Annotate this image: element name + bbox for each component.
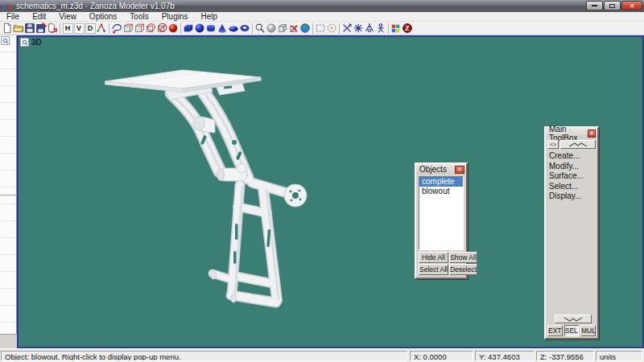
object-item-complete[interactable]: complete [419, 177, 463, 187]
toolbox-footer: EXTSELMUL [546, 315, 597, 338]
app-logo-icon: 3 D [2, 2, 13, 10]
status-units: units [596, 351, 642, 361]
viewport-label: 3D [31, 38, 42, 47]
window-controls: ✕ [586, 1, 642, 10]
create-ellipsoid-icon[interactable] [228, 23, 239, 35]
tool-bones-icon[interactable] [375, 23, 386, 35]
create-cone-icon[interactable] [217, 23, 228, 35]
side-viewport-footer [0, 334, 17, 348]
viewport-3d[interactable]: 3D [17, 35, 644, 348]
svg-text:D: D [7, 2, 13, 10]
toolbox-item-create[interactable]: Create... [546, 151, 597, 162]
menu-options[interactable]: Options [83, 12, 123, 22]
maximize-button[interactable] [604, 1, 621, 10]
toolbox-close-icon[interactable]: ✕ [588, 130, 596, 138]
display-flat-icon[interactable] [134, 23, 145, 35]
mode-ext-button[interactable]: EXT [547, 325, 563, 336]
viewport-header: 3D [20, 38, 42, 47]
toolbar-separator [60, 23, 60, 34]
about-zanoza-icon[interactable]: Z [402, 23, 413, 35]
objects-window-titlebar[interactable]: Objects ✕ [416, 164, 466, 175]
workspace: 3D [0, 35, 644, 348]
menu-plugins[interactable]: Plugins [155, 12, 195, 22]
save-icon[interactable] [24, 23, 35, 35]
title-bar: 3 D schematics_m.z3d - Zanoza Modeler v1… [0, 0, 644, 12]
status-y-coordinate: Y: 437.4603 [475, 351, 535, 361]
toolbox-item-modify[interactable]: Modify... [546, 162, 597, 172]
deselect-button[interactable]: Deselect [449, 264, 477, 275]
objects-window: Objects ✕ completeblowout Hide AllShow A… [415, 162, 468, 279]
horizontal-split-button-label: H [63, 23, 73, 34]
toolbox-dock-button[interactable]: <> [547, 140, 559, 149]
display-circle-icon[interactable] [145, 23, 156, 35]
vertex-level-icon[interactable] [266, 23, 277, 35]
toolbar-separator [252, 23, 253, 34]
toolbar-separator [109, 23, 109, 34]
import-icon[interactable] [35, 23, 47, 35]
menu-file[interactable]: File [0, 12, 26, 22]
display-slash-icon[interactable] [156, 23, 167, 35]
app-window: 3 D schematics_m.z3d - Zanoza Modeler v1… [0, 0, 644, 362]
hide-all-button[interactable]: Hide All [419, 252, 448, 263]
axes-config-icon[interactable] [96, 23, 107, 35]
vertical-split-button-label: V [74, 23, 85, 34]
select-lasso-icon[interactable] [111, 23, 122, 35]
toolbar-separator [339, 23, 340, 34]
create-box-icon[interactable] [183, 23, 194, 35]
minimize-button[interactable] [586, 1, 603, 10]
export-icon[interactable] [47, 23, 58, 35]
new-file-icon[interactable] [2, 23, 13, 35]
objects-close-icon[interactable]: ✕ [455, 166, 464, 174]
select-circle-icon[interactable] [326, 23, 337, 35]
object-item-blowout[interactable]: blowout [419, 187, 463, 196]
create-cylinder-icon[interactable] [205, 23, 217, 35]
tool-cut-icon[interactable] [341, 23, 353, 35]
material-editor-icon[interactable] [299, 23, 311, 35]
toolbox-header: <> [546, 138, 597, 150]
toolbox-collapse-button[interactable] [560, 140, 596, 149]
open-file-icon[interactable] [13, 23, 24, 35]
toolbar-separator [388, 23, 389, 34]
side-viewport-menu-button[interactable] [1, 36, 10, 45]
horizontal-split-button[interactable]: H [62, 23, 73, 35]
side-viewport-axis-line [0, 195, 17, 195]
menu-tools[interactable]: Tools [123, 12, 155, 22]
side-viewport[interactable] [0, 35, 17, 348]
toolbox-item-surface[interactable]: Surface... [546, 171, 597, 182]
render-sphere-icon[interactable] [167, 23, 179, 35]
toolbox-mode-buttons: EXTSELMUL [547, 325, 596, 336]
plugins-icon[interactable] [390, 23, 402, 35]
toolbox-titlebar[interactable]: Main ToolBox ✕ [546, 128, 597, 138]
object-level-icon[interactable] [277, 23, 288, 35]
close-button[interactable]: ✕ [621, 1, 642, 10]
objects-list[interactable]: completeblowout [419, 176, 464, 250]
mode-mul-button[interactable]: MUL [580, 325, 596, 336]
menu-view[interactable]: View [52, 12, 83, 22]
status-message: Object: blowout. Right-click to display … [1, 351, 407, 361]
vertical-split-button[interactable]: V [73, 23, 85, 35]
toolbox-item-select[interactable]: Select... [546, 182, 597, 192]
menu-edit[interactable]: Edit [26, 12, 52, 22]
dual-split-button[interactable]: D [85, 23, 96, 35]
menu-help[interactable]: Help [195, 12, 225, 22]
create-sphere-icon[interactable] [194, 23, 205, 35]
model-3d[interactable] [81, 64, 323, 314]
display-wireframe-icon[interactable] [122, 23, 134, 35]
show-all-button[interactable]: Show All [449, 252, 477, 263]
tool-mirror-icon[interactable] [364, 23, 375, 35]
mode-sel-button[interactable]: SEL [564, 325, 579, 336]
select-quadr-icon[interactable] [315, 23, 326, 35]
toolbox-expand-button[interactable] [555, 315, 592, 323]
toolbar-separator [180, 23, 181, 34]
select-all-button[interactable]: Select All [419, 264, 448, 275]
status-x-coordinate: X: 0.0000 [410, 351, 473, 361]
create-torus-icon[interactable] [239, 23, 250, 35]
hide-object-icon[interactable] [288, 23, 299, 35]
main-toolbar: HVDZ [0, 22, 644, 35]
viewport-menu-button[interactable] [20, 38, 29, 47]
status-bar: Object: blowout. Right-click to display … [0, 348, 644, 362]
zoom-icon[interactable] [254, 23, 266, 35]
toolbox-item-display[interactable]: Display... [546, 191, 597, 202]
tool-star-icon[interactable] [353, 23, 364, 35]
dual-split-button-label: D [85, 23, 96, 34]
